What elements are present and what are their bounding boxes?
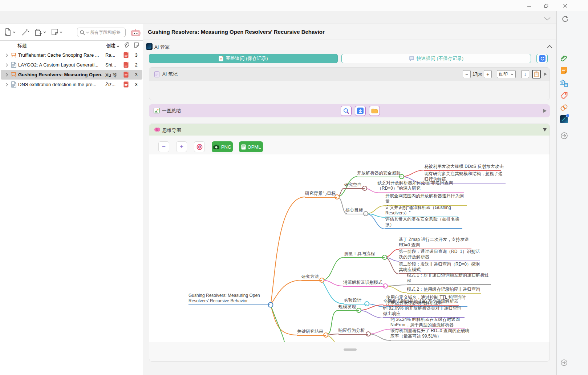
attachment-column-icon[interactable] — [123, 42, 129, 49]
expand-chevron-icon[interactable] — [6, 83, 8, 86]
locate-icon[interactable] — [560, 131, 568, 140]
item-title: Gushing Resolvers: Measuring Open... — [18, 72, 102, 77]
related-tab-icon[interactable] — [560, 103, 568, 112]
refresh-chat-button[interactable] — [536, 54, 548, 63]
open-folder-button[interactable] — [369, 106, 380, 116]
minimize-icon[interactable] — [524, 2, 535, 9]
collapse-arrow-icon[interactable] — [543, 128, 547, 132]
mindmap-leaf[interactable]: 定义并识别“涌流解析器（Gushing Resolvers）” — [385, 205, 458, 217]
mindmap-leaf[interactable]: 缓存机制显著提升了 RD=0 查询的正确响应率（最高可达 99.51%） — [390, 328, 470, 340]
mindmap-leaf[interactable]: 基于 Zmap 进行二次开发，支持发送 RD=0 查询 — [399, 237, 471, 249]
export-png-button[interactable]: PNG — [212, 141, 233, 152]
mindmap-node[interactable]: 关键研究结果 — [297, 329, 326, 336]
zoom-out-button[interactable]: − — [158, 141, 169, 152]
mindmap-leaf[interactable]: 模式 1：对非递归查询触发新的递归解析过程 — [407, 273, 491, 285]
expand-chevron-icon[interactable] — [6, 73, 8, 77]
ai-robot-icon[interactable] — [131, 29, 141, 36]
item-creator: Shi... — [105, 62, 121, 68]
libraries-tab-icon[interactable] — [560, 79, 568, 88]
full-ask-button[interactable]: 完整追问 (保存记录) — [149, 54, 338, 63]
quick-ask-button[interactable]: 快速提问 (不保存记录) — [341, 54, 531, 63]
page-title: Gushing Resolvers: Measuring Open Resolv… — [148, 29, 325, 35]
ai-note-body[interactable] — [149, 81, 550, 100]
pdf-icon — [123, 52, 129, 58]
mindmap-node[interactable]: 响应行为分析 — [338, 328, 368, 335]
font-decrease-button[interactable]: − — [463, 70, 471, 78]
export-opml-button[interactable]: OPML — [239, 141, 263, 152]
center-map-button[interactable] — [194, 141, 205, 152]
mindmap-leaf[interactable]: 约 82.09% 的开放解析器会对非递归查询做出响应 — [383, 306, 465, 318]
brain-icon — [154, 127, 161, 132]
close-icon[interactable] — [560, 2, 571, 9]
font-size-value: 17px — [473, 72, 482, 77]
mindmap-leaf[interactable]: 第二阶段：发送非递归查询（RD=0）探测其响应模式 — [399, 262, 480, 274]
mindmap-node[interactable]: 开放解析器的安全威胁 — [357, 170, 402, 177]
locate-menu-icon[interactable] — [560, 358, 568, 367]
note-column-icon[interactable] — [134, 42, 139, 49]
mindmap-node[interactable]: 实验设计 — [344, 298, 367, 305]
mindmap-leaf[interactable]: 易被利用发动大规模 DDoS 反射放大攻击 — [424, 164, 501, 171]
document-icon — [219, 56, 223, 61]
maximize-icon[interactable] — [541, 2, 552, 9]
mindmap-node[interactable]: 核心目标 — [345, 207, 366, 214]
sync-icon[interactable] — [560, 15, 569, 23]
new-note-icon[interactable] — [51, 28, 62, 36]
collapse-pane-chevron-icon[interactable] — [544, 16, 551, 22]
mindmap-node[interactable]: 研究背景与目标 — [305, 191, 337, 198]
search-input[interactable] — [90, 30, 121, 35]
mindmap-leaf[interactable]: 开展全网范围内的开放解析器递归行为测量 — [385, 193, 467, 206]
library-panel: 标题 创建 Trufflehunter: Cache Snooping Rare… — [0, 24, 143, 375]
mindmap-root-node[interactable]: Gushing Resolvers: Measuring Open Resolv… — [188, 293, 270, 305]
right-sidebar — [556, 11, 588, 375]
note-count: 3 — [132, 82, 140, 87]
new-attachment-icon[interactable] — [34, 28, 46, 36]
column-title[interactable]: 标题 — [17, 43, 27, 49]
new-item-icon[interactable] — [4, 28, 16, 36]
mindmap-node[interactable]: 研究空白 — [344, 182, 365, 189]
clipboard-icon — [534, 71, 539, 77]
mindmap-leaf[interactable]: 第一阶段：通过递归查询（RD=1）识别活跃的开放解析器 — [399, 249, 480, 261]
mindmap-leaf[interactable]: 模式 2：使用缓存记录响应非递归查询 — [407, 287, 481, 294]
font-increase-button[interactable]: + — [484, 70, 492, 78]
mindmap-node[interactable]: 研究方法 — [301, 274, 322, 281]
mindmap-leaf[interactable]: 全网共识别出超过 100 万个涌流解析器 — [383, 299, 459, 306]
chevron-down-icon — [511, 73, 514, 75]
mindmap-node[interactable]: 测量工具与流程 — [344, 251, 385, 258]
item-title: LAYGO2: A Custom Layout Generati... — [18, 62, 102, 68]
note-icon — [154, 71, 159, 77]
expand-chevron-icon[interactable] — [6, 53, 8, 57]
table-row[interactable]: Trufflehunter: Cache Snooping Rare ... R… — [1, 50, 142, 60]
document-item-icon — [11, 81, 16, 88]
magic-wand-icon[interactable] — [21, 28, 30, 36]
ai-butler-row: AI 管家 — [143, 41, 556, 53]
tags-tab-icon[interactable] — [560, 91, 568, 100]
mindmap-leaf[interactable]: 评估其带来的潜在安全风险（如排名操纵） — [385, 217, 462, 229]
mindmap-canvas[interactable]: Gushing Resolvers: Measuring Open Resolv… — [149, 154, 550, 342]
table-row[interactable]: LAYGO2: A Custom Layout Generati... Shi.… — [1, 60, 142, 70]
expand-chevron-icon[interactable] — [6, 63, 8, 67]
download-image-button[interactable] — [355, 106, 366, 116]
collapse-section-chevron-icon[interactable] — [547, 45, 552, 48]
item-creator: Ra... — [105, 52, 121, 58]
copy-note-button[interactable] — [532, 70, 541, 78]
ai-butler-avatar — [146, 43, 153, 50]
search-box[interactable] — [77, 28, 126, 37]
expand-arrow-icon[interactable] — [543, 109, 547, 113]
notes-tab-icon[interactable] — [560, 66, 568, 75]
ai-plugin-tab-icon[interactable] — [560, 115, 568, 124]
mindmap-node[interactable]: 涌流解析器识别模式 — [343, 280, 385, 287]
preview-image-button[interactable] — [341, 106, 352, 116]
table-row[interactable]: DNS exfiltration detection in the pre...… — [1, 80, 142, 89]
horizontal-scrollbar[interactable] — [344, 348, 357, 351]
expand-arrow-icon[interactable] — [544, 72, 547, 76]
item-creator: Xu 等 — [105, 72, 121, 78]
note-style-select[interactable]: 红印 — [497, 70, 516, 78]
column-creator[interactable]: 创建 — [106, 43, 119, 49]
expand-note-button[interactable]: ↕ — [521, 70, 529, 78]
table-row-selected[interactable]: Gushing Resolvers: Measuring Open... Xu … — [1, 70, 142, 80]
mindmap-node[interactable]: 规模发现 — [338, 304, 359, 311]
attachments-tab-paperclip-icon[interactable] — [560, 54, 568, 62]
mindmap-leaf[interactable]: 缺乏对开放解析器如何处理“非递归查询（RD=0）”的深入研究 — [377, 180, 464, 193]
mindmap-leaf[interactable]: 约 36.24% 的解析器在无缓存时返回 NoError，属于典型的涌流解析器 — [390, 317, 465, 329]
zoom-in-button[interactable]: + — [176, 141, 187, 152]
